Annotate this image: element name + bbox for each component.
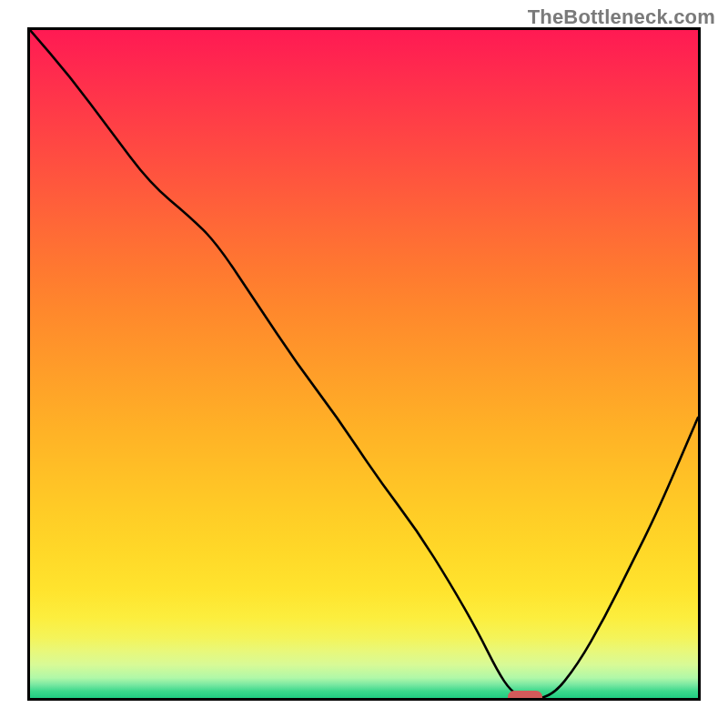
curve-path (30, 30, 698, 698)
bottleneck-chart: TheBottleneck.com (0, 0, 728, 728)
bottleneck-curve (30, 30, 698, 698)
optimal-point-marker (508, 691, 542, 701)
watermark-text: TheBottleneck.com (528, 5, 715, 29)
plot-area (27, 27, 701, 701)
